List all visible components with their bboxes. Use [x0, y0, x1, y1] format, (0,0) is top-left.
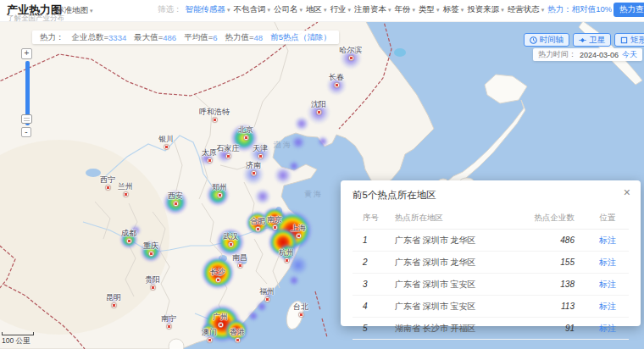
chevron-down-icon: ▾: [501, 7, 504, 13]
hotspot-company-count: 138: [508, 280, 586, 289]
map-canvas[interactable]: 哈尔滨长春沈阳呼和浩特北京天津石家庄太原银川西宁兰州济南郑州西安合肥南京上海杭州…: [0, 0, 644, 349]
column-header: 热点企业数: [508, 213, 586, 224]
column-header: 热点所在地区: [395, 213, 508, 224]
chevron-down-icon: ▾: [413, 7, 416, 13]
stat-item: 平均值=6: [184, 32, 217, 43]
stats-prefix-label: 热力：: [40, 32, 64, 43]
chevron-down-icon: ▾: [324, 7, 327, 13]
hotspot-table: 序号热点所在地区热点企业数位置 1广东省 深圳市 龙华区486标注2广东省 深圳…: [353, 208, 629, 340]
filter-dropdown[interactable]: 不包含词▾: [234, 4, 271, 15]
stats-items: 企业总数=3334最大值=486平均值=6热力值=48: [72, 32, 264, 43]
chevron-down-icon: ▾: [300, 7, 303, 13]
rectangle-select-button[interactable]: 矩形: [614, 33, 644, 47]
scale-label: 100 公里: [2, 336, 34, 346]
stat-item: 热力值=48: [225, 32, 263, 43]
chevron-down-icon: ▾: [227, 7, 230, 13]
filter-dropdown[interactable]: 经营状态▾: [508, 4, 545, 15]
filter-dropdown[interactable]: 投资来源▾: [467, 4, 504, 15]
filter-dropdown[interactable]: 类型▾: [419, 4, 440, 15]
today-link[interactable]: 今天: [622, 49, 637, 60]
table-row: 5湖南省 长沙市 开福区91标注: [353, 318, 629, 340]
stat-item: 企业总数=3334: [72, 32, 127, 43]
popup-title: 前5个热点所在地区: [341, 180, 641, 202]
filter-prefix-label: 筛选：: [158, 4, 182, 15]
popup-table-head: 序号热点所在地区热点企业数位置: [353, 208, 629, 230]
filter-dropdown[interactable]: 热力：相对值10%▾: [547, 4, 612, 15]
heat-time-bar: 热力时间： 2024-03-06 今天: [533, 48, 642, 61]
satellite-icon: [579, 36, 586, 44]
mark-link[interactable]: 标注: [586, 235, 629, 247]
clock-icon: [530, 36, 537, 44]
chevron-down-icon: ▾: [388, 7, 391, 13]
row-index: 2: [353, 258, 395, 267]
mark-link[interactable]: 标注: [586, 301, 629, 313]
zoom-out-button[interactable]: -: [21, 127, 31, 137]
top-toolbar: 产业热力图 标准地图▾ 了解全国产业分布 筛选： 智能传感器▾不包含词▾公司名▾…: [0, 0, 644, 22]
rectangle-button-label: 矩形: [630, 35, 644, 46]
filter-dropdown[interactable]: 行业▾: [330, 4, 352, 15]
hotspot-company-count: 486: [508, 235, 586, 245]
satellite-button[interactable]: 卫星: [573, 33, 611, 47]
filter-dropdown[interactable]: 注册资本▾: [354, 4, 391, 15]
stat-item: 最大值=486: [134, 32, 176, 43]
column-header: 位置: [586, 213, 629, 224]
chevron-down-icon: ▾: [436, 7, 440, 13]
hotspot-company-count: 113: [508, 302, 586, 311]
row-index: 4: [353, 302, 395, 311]
table-row: 4广东省 深圳市 宝安区113标注: [353, 296, 629, 318]
hotspot-region: 广东省 深圳市 宝安区: [395, 301, 508, 313]
scale-line: [2, 332, 34, 335]
zoom-slider-handle[interactable]: [21, 114, 32, 124]
heat-time-value: 2024-03-06: [580, 51, 619, 59]
mark-link[interactable]: 标注: [586, 279, 629, 291]
timeline-button-label: 时间轴: [540, 35, 564, 46]
zoom-in-button[interactable]: +: [21, 48, 32, 59]
filter-dropdown[interactable]: 标签▾: [443, 4, 464, 15]
column-header: 序号: [353, 213, 395, 224]
row-index: 3: [353, 280, 395, 289]
hotspot-company-count: 91: [508, 324, 586, 333]
filter-dropdown[interactable]: 年份▾: [395, 4, 416, 15]
heat-time-label: 热力时间：: [538, 49, 576, 60]
filter-dropdown[interactable]: 公司名▾: [274, 4, 303, 15]
hotspot-company-count: 155: [508, 258, 586, 267]
map-scale: 100 公里: [2, 332, 34, 346]
filter-dropdown[interactable]: 地区▾: [306, 4, 327, 15]
industry-heatmap-app: 哈尔滨长春沈阳呼和浩特北京天津石家庄太原银川西宁兰州济南郑州西安合肥南京上海杭州…: [0, 0, 644, 349]
rectangle-icon: [620, 36, 628, 44]
chevron-down-icon: ▾: [541, 7, 545, 13]
close-icon[interactable]: ×: [624, 186, 630, 198]
row-index: 1: [353, 235, 395, 245]
hotspot-region: 广东省 深圳市 宝安区: [395, 279, 508, 291]
chevron-down-icon: ▾: [461, 7, 464, 13]
filter-dropdown[interactable]: 智能传感器▾: [186, 4, 230, 15]
map-toolbar: 时间轴 卫星 矩形: [524, 33, 644, 47]
timeline-button[interactable]: 时间轴: [524, 33, 570, 47]
popup-table-body: 1广东省 深圳市 龙华区486标注2广东省 深圳市 龙华区155标注3广东省 深…: [353, 230, 629, 340]
chevron-down-icon: ▾: [268, 7, 271, 13]
hotspot-region: 广东省 深圳市 龙华区: [395, 257, 508, 269]
chevron-down-icon: ▾: [348, 7, 352, 13]
table-row: 1广东省 深圳市 龙华区486标注: [353, 230, 629, 252]
hotspot-popup: 前5个热点所在地区 × 序号热点所在地区热点企业数位置 1广东省 深圳市 龙华区…: [341, 180, 641, 326]
satellite-button-label: 卫星: [589, 35, 605, 46]
heat-query-button[interactable]: 热力查询: [613, 3, 644, 17]
filter-bar: 筛选： 智能传感器▾不包含词▾公司名▾地区▾行业▾注册资本▾年份▾类型▾标签▾投…: [158, 0, 612, 19]
clear-hotspots-link[interactable]: （清除）: [299, 32, 331, 43]
page-subtitle: 了解全国产业分布: [7, 14, 64, 24]
chevron-down-icon: ▾: [90, 8, 93, 14]
mark-link[interactable]: 标注: [586, 257, 629, 269]
table-row: 3广东省 深圳市 宝安区138标注: [353, 274, 629, 296]
table-row: 2广东省 深圳市 龙华区155标注: [353, 252, 629, 274]
hotspot-region: 湖南省 长沙市 开福区: [395, 323, 508, 335]
mark-link[interactable]: 标注: [586, 323, 629, 335]
top5-hotspots-link[interactable]: 前5热点: [270, 32, 299, 43]
hotspot-region: 广东省 深圳市 龙华区: [395, 235, 508, 247]
filter-list: 智能传感器▾不包含词▾公司名▾地区▾行业▾注册资本▾年份▾类型▾标签▾投资来源▾…: [186, 4, 613, 15]
heat-stats-bar: 热力： 企业总数=3334最大值=486平均值=6热力值=48 前5热点 （清除…: [32, 30, 339, 44]
row-index: 5: [353, 324, 395, 333]
